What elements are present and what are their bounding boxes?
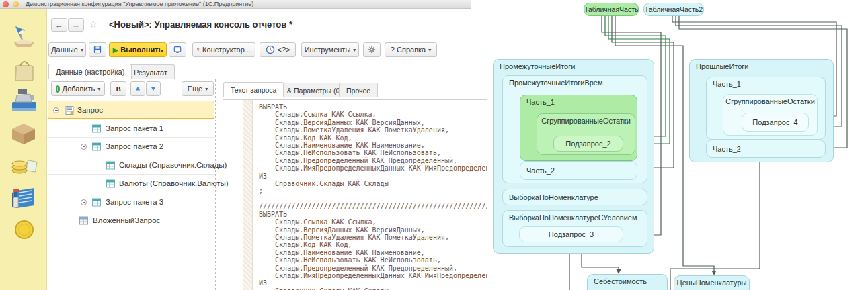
query-panel-border <box>223 99 489 100</box>
tab-data-settings[interactable]: Данные (настройка) <box>48 64 132 79</box>
tree-row-zapros[interactable]: Запрос <box>48 101 214 119</box>
gear-icon <box>368 45 376 54</box>
more-button[interactable]: Еще▾ <box>182 81 214 96</box>
coins-icon[interactable] <box>9 152 38 177</box>
report-console-window: ← → ☆ <Новый>: Управляемая консоль отчет… <box>47 9 489 290</box>
query-wizard-button[interactable]: <?> <box>260 42 296 57</box>
node-label: Подзапрос_2 <box>554 140 623 148</box>
table-icon <box>106 179 115 188</box>
run-button[interactable]: ▶ Выполнить <box>109 42 167 57</box>
chevron-down-icon: ▾ <box>81 47 83 53</box>
chevron-down-icon: ▾ <box>428 47 431 53</box>
monitor-icon <box>173 45 182 54</box>
add-button[interactable]: + Добавить ▾ <box>51 81 105 96</box>
chevron-down-icon: ▾ <box>353 47 356 53</box>
close-button[interactable] <box>3 1 9 7</box>
shopping-bag-icon[interactable] <box>9 57 38 83</box>
tree-row-label: Склады (Справочник.Склады) <box>119 161 227 169</box>
query-tree: Запрос Запрос пакета 1 Запрос пакета 2 С… <box>47 101 215 290</box>
settings-button[interactable] <box>363 42 381 57</box>
node-label: ТабличнаяЧасть2 <box>644 5 703 13</box>
tab-query-text-label: Текст запроса <box>231 86 276 94</box>
node-tablichnaya-chast[interactable]: ТабличнаяЧасть <box>584 3 639 16</box>
tree-row-label: ВложенныйЗапрос <box>93 216 160 224</box>
node-label: ЦеныНоменклатуры <box>674 279 749 287</box>
save-button[interactable] <box>89 42 106 57</box>
tree-row-vlozhenny-zapros[interactable]: ВложенныйЗапрос <box>47 211 215 230</box>
node-chast-2-left[interactable]: Часть_2 <box>520 161 637 180</box>
node-sebestoimost[interactable]: Себестоимость <box>587 274 668 290</box>
node-podzapros-3[interactable]: Подзапрос_3 <box>519 226 623 242</box>
back-button[interactable]: ← <box>51 18 67 32</box>
screen: Демонстрационная конфигурация "Управляем… <box>0 0 868 290</box>
data-menu-button[interactable]: Данные▾ <box>48 42 86 57</box>
bold-label: В <box>116 85 120 93</box>
tab-parameters-label: Параметры (0) <box>294 87 342 95</box>
tab-other-label: Прочее <box>346 87 370 95</box>
node-chast-2-right[interactable]: Часть_2 <box>706 140 826 158</box>
node-tseny-nomenklatury[interactable]: ЦеныНоменклатуры <box>674 275 750 290</box>
node-podzapros-4[interactable]: Подзапрос_4 <box>742 113 809 132</box>
node-vyborka-po-nomenklature[interactable]: ВыборкаПоНоменклатуре <box>502 189 647 205</box>
tree-row-paket2[interactable]: Запрос пакета 2 <box>47 138 215 156</box>
help-menu-button[interactable]: ? Справка▾ <box>385 42 437 57</box>
node-podzapros-2[interactable]: Подзапрос_2 <box>553 136 623 152</box>
arrow-up-icon <box>135 85 141 92</box>
main-tabs: Данные (настройка) Результат <box>47 64 489 79</box>
tree-row-label: Запрос пакета 1 <box>106 124 163 132</box>
tools-menu-button[interactable]: Инструменты▾ <box>301 42 359 57</box>
tree-row-paket3[interactable]: Запрос пакета 3 <box>47 193 215 211</box>
table-icon <box>92 142 101 151</box>
box-icon[interactable] <box>9 121 38 146</box>
container-label: ПромежуточныеИтоги <box>500 62 575 70</box>
node-label: Часть_2 <box>526 166 555 175</box>
tree-row-sklady[interactable]: Склады (Справочник.Склады) <box>47 156 215 175</box>
query-text-editor[interactable]: ВЫБРАТЬ Склады.Ссылка КАК Ссылка, Склады… <box>259 103 489 290</box>
clock-icon <box>266 45 275 54</box>
query-scheme-diagram: ТабличнаяЧасть ТабличнаяЧасть2 Промежуто… <box>487 0 868 290</box>
tree-row-label: Валюты (Справочник.Валюты) <box>119 179 229 187</box>
building-icon[interactable] <box>9 184 38 209</box>
output-mode-button[interactable] <box>169 42 186 57</box>
node-label: СгруппированныеОстатки <box>537 117 635 125</box>
node-tablichnaya-chast2[interactable]: ТабличнаяЧасть2 <box>643 3 704 16</box>
constructor-button[interactable]: Конструктор... <box>192 42 255 57</box>
forward-button[interactable]: → <box>68 18 84 32</box>
node-label: Подзапрос_4 <box>742 118 808 126</box>
node-label: Подзапрос_3 <box>520 230 623 238</box>
node-label: СгруппированныеОстатки <box>723 97 817 105</box>
minimize-button[interactable] <box>13 1 19 7</box>
tree-row-label: Запрос пакета 3 <box>106 198 163 206</box>
tree-row-valuty[interactable]: Валюты (Справочник.Валюты) <box>47 175 215 193</box>
node-label: Часть_1 <box>713 80 741 88</box>
tree-row-label: Запрос <box>77 106 103 114</box>
add-label: Добавить <box>63 85 95 93</box>
plus-icon: + <box>56 85 60 93</box>
coin-icon[interactable] <box>13 219 43 244</box>
move-up-button[interactable] <box>130 81 145 96</box>
collapse-icon[interactable] <box>53 107 59 113</box>
table-icon <box>92 124 101 133</box>
move-down-button[interactable] <box>146 81 161 96</box>
node-label: ВыборкаПоНоменклатуреСУсловием <box>509 213 637 222</box>
cash-register-icon[interactable] <box>9 87 38 113</box>
table-icon <box>106 161 115 170</box>
bold-button[interactable]: В <box>110 81 126 96</box>
panel-splitter[interactable] <box>215 79 219 290</box>
tab-data-settings-label: Данные (настройка) <box>56 68 124 76</box>
data-menu-label: Данные <box>51 46 78 54</box>
favorite-star-icon[interactable]: ☆ <box>89 18 97 30</box>
desktop-lamp-icon[interactable] <box>9 23 38 49</box>
node-label: ТабличнаяЧасть <box>584 5 638 13</box>
node-label: Часть_1 <box>526 98 555 106</box>
collapse-icon[interactable] <box>81 144 87 150</box>
tab-result[interactable]: Результат <box>126 64 175 79</box>
query-icon <box>65 106 74 115</box>
collapse-icon[interactable] <box>81 199 87 205</box>
tab-result-label: Результат <box>134 68 167 77</box>
tree-row-paket1[interactable]: Запрос пакета 1 <box>47 119 215 138</box>
tab-other[interactable]: Прочее <box>339 83 378 97</box>
table-icon <box>92 198 101 207</box>
tab-query-text[interactable]: Текст запроса <box>223 82 284 97</box>
container-label: ПрошлыеИтоги <box>696 62 749 70</box>
